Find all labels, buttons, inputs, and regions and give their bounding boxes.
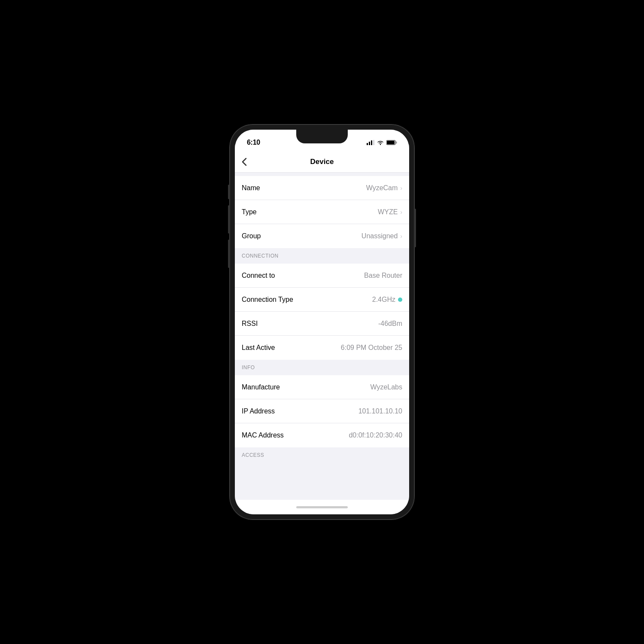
notch [296, 130, 348, 143]
phone-device: 6:10 [230, 125, 414, 519]
ip-address-value: 101.101.10.10 [358, 407, 402, 415]
wifi-icon [377, 140, 384, 145]
access-section-header: ACCESS [235, 447, 409, 463]
status-icons [367, 140, 397, 145]
mac-address-value-container: d0:0f:10:20:30:40 [349, 431, 402, 439]
volume-up-button[interactable] [228, 205, 230, 234]
phone-screen: 6:10 [235, 130, 409, 514]
last-active-value-container: 6:09 PM October 25 [341, 344, 402, 352]
type-value-container: WYZE › [378, 208, 402, 216]
name-value: WyzeCam [366, 184, 398, 192]
connection-type-value-container: 2.4GHz [372, 296, 402, 304]
connect-to-value: Base Router [364, 272, 402, 279]
connection-type-row[interactable]: Connection Type 2.4GHz [235, 288, 409, 312]
connection-type-label: Connection Type [242, 296, 293, 304]
ip-address-row[interactable]: IP Address 101.101.10.10 [235, 399, 409, 423]
device-info-section: Name WyzeCam › Type WYZE › Group [235, 176, 409, 248]
type-value: WYZE [378, 208, 398, 216]
info-section-header: INFO [235, 360, 409, 375]
status-time: 6:10 [247, 139, 260, 146]
nav-bar: Device [235, 151, 409, 173]
rssi-label: RSSI [242, 320, 258, 328]
svg-point-4 [380, 144, 381, 145]
name-label: Name [242, 184, 260, 192]
last-active-label: Last Active [242, 344, 275, 352]
last-active-row[interactable]: Last Active 6:09 PM October 25 [235, 336, 409, 360]
connect-to-label: Connect to [242, 272, 275, 279]
back-button[interactable] [242, 158, 247, 166]
rssi-value-container: -46dBm [378, 320, 402, 328]
ip-address-value-container: 101.101.10.10 [358, 407, 402, 415]
svg-rect-6 [387, 141, 395, 144]
svg-rect-3 [373, 140, 374, 145]
status-bar: 6:10 [235, 130, 409, 151]
scroll-content[interactable]: Name WyzeCam › Type WYZE › Group [235, 173, 409, 500]
connection-type-value: 2.4GHz [372, 296, 395, 304]
connection-section: Connect to Base Router Connection Type 2… [235, 264, 409, 360]
battery-icon [386, 140, 397, 145]
mute-button[interactable] [228, 185, 230, 199]
manufacture-value-container: WyzeLabs [370, 383, 402, 391]
manufacture-label: Manufacture [242, 383, 280, 391]
svg-rect-7 [396, 142, 397, 144]
svg-rect-0 [367, 143, 368, 145]
group-value-container: Unassigned › [361, 232, 402, 240]
signal-icon [367, 140, 374, 145]
group-value: Unassigned [361, 232, 398, 240]
connection-section-header: CONNECTION [235, 248, 409, 264]
home-bar [296, 506, 348, 508]
type-row[interactable]: Type WYZE › [235, 200, 409, 224]
svg-rect-2 [371, 140, 372, 145]
last-active-value: 6:09 PM October 25 [341, 344, 402, 352]
info-section-label: INFO [242, 365, 255, 371]
connection-section-label: CONNECTION [242, 253, 279, 259]
page-title: Device [310, 158, 334, 166]
mac-address-value: d0:0f:10:20:30:40 [349, 431, 402, 439]
chevron-icon: › [400, 233, 402, 240]
mac-address-row[interactable]: MAC Address d0:0f:10:20:30:40 [235, 423, 409, 447]
chevron-icon: › [400, 185, 402, 191]
info-section: Manufacture WyzeLabs IP Address 101.101.… [235, 375, 409, 447]
manufacture-value: WyzeLabs [370, 383, 402, 391]
name-row[interactable]: Name WyzeCam › [235, 176, 409, 200]
rssi-row[interactable]: RSSI -46dBm [235, 312, 409, 336]
home-indicator[interactable] [235, 500, 409, 514]
manufacture-row[interactable]: Manufacture WyzeLabs [235, 375, 409, 399]
connection-status-dot [398, 298, 402, 302]
ip-address-label: IP Address [242, 407, 275, 415]
access-section-label: ACCESS [242, 452, 264, 458]
mac-address-label: MAC Address [242, 431, 284, 439]
top-gap [235, 173, 409, 176]
rssi-value: -46dBm [378, 320, 402, 328]
name-value-container: WyzeCam › [366, 184, 402, 192]
chevron-icon: › [400, 209, 402, 216]
volume-down-button[interactable] [228, 240, 230, 268]
connect-to-row[interactable]: Connect to Base Router [235, 264, 409, 288]
svg-rect-1 [369, 142, 370, 145]
connect-to-value-container: Base Router [364, 272, 402, 279]
type-label: Type [242, 208, 257, 216]
group-label: Group [242, 232, 261, 240]
group-row[interactable]: Group Unassigned › [235, 224, 409, 248]
power-button[interactable] [414, 209, 416, 247]
